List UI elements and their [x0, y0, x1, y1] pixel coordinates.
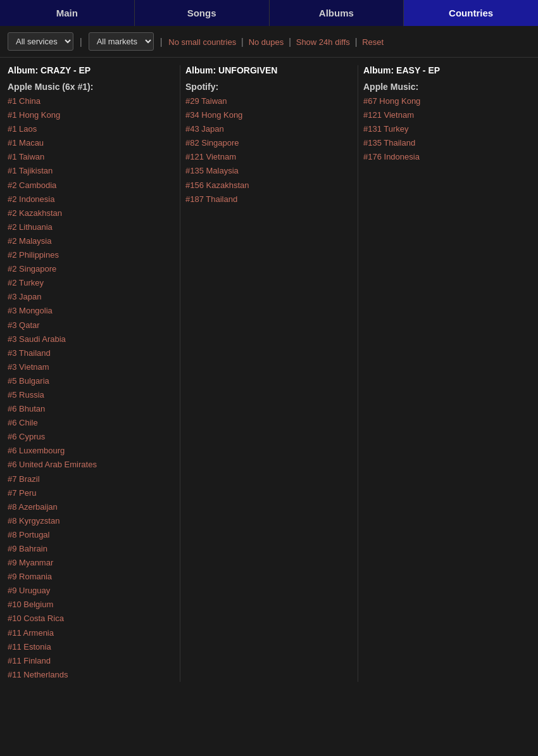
service-header-0-0: Apple Music (6x #1): — [8, 82, 168, 92]
country-item: #135 Thailand — [363, 136, 524, 150]
country-item: #176 Indonesia — [363, 150, 524, 164]
column-divider-2 — [358, 65, 358, 682]
country-item: #6 Bhutan — [8, 402, 168, 416]
filter-links: No small countries | No dupes | Show 24h… — [168, 37, 384, 47]
country-item: #6 Chile — [8, 416, 168, 430]
country-item: #8 Azerbaijan — [8, 500, 168, 514]
country-item: #8 Kyrgyzstan — [8, 514, 168, 528]
country-item: #43 Japan — [185, 122, 346, 136]
country-item: #11 Armenia — [8, 626, 168, 640]
country-item: #1 Hong Kong — [8, 108, 168, 122]
country-item: #6 Cyprus — [8, 430, 168, 444]
tab-albums[interactable]: Albums — [270, 0, 404, 26]
country-item: #7 Peru — [8, 486, 168, 500]
country-item: #67 Hong Kong — [363, 94, 524, 108]
markets-select[interactable]: All markets — [89, 32, 154, 51]
country-item: #2 Philippines — [8, 248, 168, 262]
filter-link-3[interactable]: Reset — [362, 37, 384, 47]
country-item: #2 Kazakhstan — [8, 206, 168, 220]
country-item: #131 Turkey — [363, 122, 524, 136]
country-item: #9 Uruguay — [8, 584, 168, 598]
separator-1: | — [80, 37, 82, 47]
column-0: Album: CRAZY - EPApple Music (6x #1):#1 … — [8, 65, 175, 682]
country-item: #2 Indonesia — [8, 192, 168, 206]
link-separator-0: | — [239, 37, 246, 47]
country-item: #3 Japan — [8, 290, 168, 304]
filter-link-2[interactable]: Show 24h diffs — [296, 37, 350, 47]
service-header-2-0: Apple Music: — [363, 82, 524, 92]
column-divider-1 — [180, 65, 180, 682]
country-item: #135 Malaysia — [185, 164, 346, 178]
country-item: #156 Kazakhstan — [185, 179, 346, 192]
country-item: #29 Taiwan — [185, 94, 346, 108]
country-item: #3 Qatar — [8, 318, 168, 332]
country-item: #2 Singapore — [8, 262, 168, 276]
country-item: #82 Singapore — [185, 136, 346, 150]
country-item: #6 United Arab Emirates — [8, 458, 168, 472]
country-item: #9 Romania — [8, 570, 168, 584]
content-area: Album: CRAZY - EPApple Music (6x #1):#1 … — [0, 58, 538, 690]
link-separator-1: | — [286, 37, 293, 47]
country-item: #2 Lithuania — [8, 220, 168, 234]
filter-link-1[interactable]: No dupes — [249, 37, 284, 47]
country-item: #11 Estonia — [8, 640, 168, 654]
country-item: #1 Laos — [8, 122, 168, 136]
country-item: #1 Taiwan — [8, 150, 168, 164]
country-item: #1 Tajikistan — [8, 164, 168, 178]
country-item: #3 Vietnam — [8, 360, 168, 374]
country-item: #7 Brazil — [8, 472, 168, 486]
country-item: #3 Mongolia — [8, 304, 168, 318]
service-header-1-0: Spotify: — [185, 82, 346, 92]
country-item: #11 Finland — [8, 654, 168, 668]
filter-bar: All services | All markets | No small co… — [0, 26, 538, 58]
album-header-2: Album: EASY - EP — [363, 65, 524, 75]
link-separator-2: | — [353, 37, 360, 47]
country-item: #1 China — [8, 94, 168, 108]
country-item: #2 Cambodia — [8, 179, 168, 192]
tab-bar: MainSongsAlbumsCountries — [0, 0, 538, 26]
country-item: #11 Netherlands — [8, 668, 168, 682]
column-2: Album: EASY - EPApple Music:#67 Hong Kon… — [363, 65, 530, 682]
country-item: #8 Portugal — [8, 528, 168, 542]
country-item: #5 Russia — [8, 388, 168, 402]
country-item: #6 Luxembourg — [8, 444, 168, 458]
tab-countries[interactable]: Countries — [404, 0, 538, 26]
filter-link-0[interactable]: No small countries — [168, 37, 236, 47]
country-item: #10 Costa Rica — [8, 612, 168, 626]
album-header-1: Album: UNFORGIVEN — [185, 65, 346, 75]
country-item: #10 Belgium — [8, 598, 168, 612]
country-item: #2 Malaysia — [8, 234, 168, 248]
country-item: #3 Thailand — [8, 346, 168, 360]
columns-container: Album: CRAZY - EPApple Music (6x #1):#1 … — [8, 65, 530, 682]
country-item: #34 Hong Kong — [185, 108, 346, 122]
country-item: #187 Thailand — [185, 192, 346, 206]
country-item: #121 Vietnam — [363, 108, 524, 122]
country-item: #1 Macau — [8, 136, 168, 150]
country-item: #9 Bahrain — [8, 542, 168, 556]
services-select[interactable]: All services — [8, 32, 73, 51]
tab-songs[interactable]: Songs — [135, 0, 270, 26]
album-header-0: Album: CRAZY - EP — [8, 65, 168, 75]
tab-main[interactable]: Main — [0, 0, 135, 26]
country-item: #9 Myanmar — [8, 556, 168, 570]
country-item: #5 Bulgaria — [8, 374, 168, 388]
column-1: Album: UNFORGIVENSpotify:#29 Taiwan#34 H… — [185, 65, 353, 682]
country-item: #2 Turkey — [8, 276, 168, 290]
separator-2: | — [160, 37, 163, 47]
country-item: #121 Vietnam — [185, 150, 346, 164]
country-item: #3 Saudi Arabia — [8, 332, 168, 346]
